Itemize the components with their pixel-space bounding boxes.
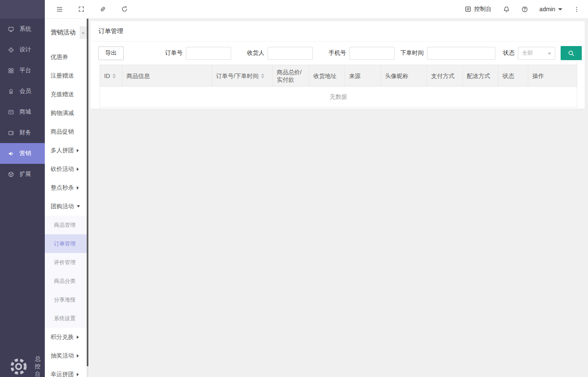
logo-area: [0, 0, 45, 19]
fullscreen-icon[interactable]: [78, 6, 85, 12]
submenu-item-product-category[interactable]: 商品分类: [45, 272, 87, 290]
user-menu[interactable]: admin: [539, 6, 562, 12]
col-source: 来源: [345, 65, 381, 87]
col-avatar-nickname: 头像昵称: [381, 65, 427, 87]
chevron-right-icon: [77, 336, 79, 339]
rail-item-label: 营销: [20, 150, 31, 157]
sidebar-item-group-buy[interactable]: 多人拼团: [45, 141, 87, 160]
col-order-no-time[interactable]: 订单号/下单时间: [212, 65, 273, 87]
sidebar-item-coupon[interactable]: 优惠券: [45, 48, 87, 66]
rail-item-mall[interactable]: 商城: [0, 102, 45, 122]
console-button[interactable]: 控制台: [465, 5, 492, 13]
phone-label: 手机号: [329, 49, 346, 57]
chevron-right-icon: [77, 373, 79, 376]
topbar: 控制台 admin: [45, 0, 588, 19]
cube-icon: [8, 171, 14, 178]
submenu-item-product-mgmt[interactable]: 商品管理: [45, 216, 87, 234]
rail-item-label: 扩展: [20, 170, 31, 178]
badge-icon: [8, 88, 14, 95]
rail-item-label: 商城: [20, 108, 31, 116]
chevron-down-icon: [77, 205, 80, 207]
primary-sidebar: 系统 设计 平台 会员 商城 财务 营销 扩展 总控台: [0, 0, 45, 377]
search-button[interactable]: [561, 46, 582, 60]
scrollbar-thumb[interactable]: [87, 19, 88, 366]
rail-item-master-console[interactable]: 总控台: [0, 356, 45, 377]
refresh-icon[interactable]: [121, 6, 128, 12]
table-header-row: ID 商品信息 订单号/下单时间 商品总价/实付款 收货地址 来源 头像昵称 支…: [100, 65, 577, 87]
status-label: 状态: [503, 49, 515, 57]
col-address: 收货地址: [309, 65, 345, 87]
bell-icon[interactable]: [503, 6, 510, 13]
sidebar-item-shopping-discount[interactable]: 购物满减: [45, 104, 87, 122]
main-area: 订单管理 导出 订单号 收货人 手机号 下单时间 状态: [88, 19, 588, 377]
help-icon[interactable]: [521, 6, 528, 13]
sidebar-item-tuangou[interactable]: 团购活动: [45, 197, 87, 216]
chevron-right-icon: [77, 149, 79, 152]
page-title: 订单管理: [98, 27, 123, 35]
sidebar-collapse-button[interactable]: «: [80, 26, 87, 39]
rail-item-label: 平台: [20, 67, 31, 74]
receiver-input[interactable]: [268, 47, 313, 60]
sidebar-item-flash-sale[interactable]: 整点秒杀: [45, 178, 87, 197]
rail-item-system[interactable]: 系统: [0, 19, 45, 39]
status-select[interactable]: 全部: [518, 47, 555, 60]
empty-row: 无数据: [100, 87, 577, 107]
col-actions: 操作: [528, 65, 577, 87]
rail-item-member[interactable]: 会员: [0, 81, 45, 102]
sort-icon[interactable]: [261, 73, 264, 78]
sidebar-item-bargain[interactable]: 砍价活动: [45, 160, 87, 178]
order-no-input[interactable]: [186, 47, 231, 60]
system-icon: [8, 26, 14, 32]
submenu-item-share-poster[interactable]: 分享海报: [45, 290, 87, 309]
rail-item-extend[interactable]: 扩展: [0, 164, 45, 185]
filter-bar: 导出 订单号 收货人 手机号 下单时间 状态 全部: [90, 46, 585, 60]
col-delivery-method: 配送方式: [463, 65, 498, 87]
rail-item-marketing[interactable]: 营销: [0, 143, 45, 164]
empty-state-text: 无数据: [100, 87, 577, 107]
receiver-label: 收货人: [247, 49, 264, 57]
sidebar-title: 营销活动: [51, 29, 76, 36]
rail-item-label: 系统: [20, 25, 31, 33]
phone-input[interactable]: [349, 47, 395, 60]
order-time-input[interactable]: [427, 47, 495, 60]
console-label: 控制台: [474, 5, 492, 13]
submenu-item-system-settings[interactable]: 系统设置: [45, 309, 87, 328]
sidebar-item-recharge-gift[interactable]: 充值赠送: [45, 85, 87, 104]
username: admin: [539, 6, 555, 12]
submenu-item-order-mgmt[interactable]: 订单管理: [45, 234, 87, 253]
sidebar-item-lottery[interactable]: 抽奖活动: [45, 346, 87, 365]
gear-icon: [8, 356, 29, 377]
sidebar-item-lucky-group[interactable]: 幸运拼团: [45, 365, 87, 377]
sidebar-item-points-exchange[interactable]: 积分兑换: [45, 328, 87, 346]
wallet-icon: [8, 130, 14, 136]
rail-item-label: 会员: [20, 88, 31, 95]
rail-bottom-label: 总控台: [35, 355, 45, 377]
rail-item-label: 财务: [20, 129, 31, 136]
col-id[interactable]: ID: [100, 65, 122, 87]
submenu-tuangou: 商品管理 订单管理 评价管理 商品分类 分享海报 系统设置: [45, 216, 87, 328]
sidebar-item-register-gift[interactable]: 注册赠送: [45, 66, 87, 85]
sidebar-item-product-promo[interactable]: 商品促销: [45, 122, 87, 141]
submenu-item-review-mgmt[interactable]: 评价管理: [45, 253, 87, 272]
col-total-paid: 商品总价/实付款: [273, 65, 309, 87]
rail-item-platform[interactable]: 平台: [0, 60, 45, 81]
mail-icon: [8, 109, 14, 115]
link-icon[interactable]: [100, 6, 106, 12]
export-button[interactable]: 导出: [98, 46, 124, 60]
secondary-sidebar: 营销活动 « 优惠券 注册赠送 充值赠送 购物满减 商品促销 多人拼团 砍价活动…: [45, 19, 87, 377]
chevron-down-icon: [558, 8, 562, 10]
chevron-down-icon: [548, 53, 551, 55]
megaphone-icon: [8, 151, 14, 157]
chevron-right-icon: [77, 354, 79, 358]
orders-table: ID 商品信息 订单号/下单时间 商品总价/实付款 收货地址 来源 头像昵称 支…: [100, 65, 577, 107]
rail-item-label: 设计: [20, 46, 31, 54]
rail-item-finance[interactable]: 财务: [0, 122, 45, 143]
menu-fold-icon[interactable]: [56, 6, 63, 13]
kebab-menu-icon[interactable]: [573, 6, 580, 12]
status-select-value: 全部: [522, 49, 533, 57]
col-pay-method: 支付方式: [427, 65, 463, 87]
scrollbar-track: [87, 19, 88, 377]
grid-icon: [8, 68, 14, 74]
rail-item-design[interactable]: 设计: [0, 39, 45, 60]
sort-icon[interactable]: [112, 73, 116, 78]
